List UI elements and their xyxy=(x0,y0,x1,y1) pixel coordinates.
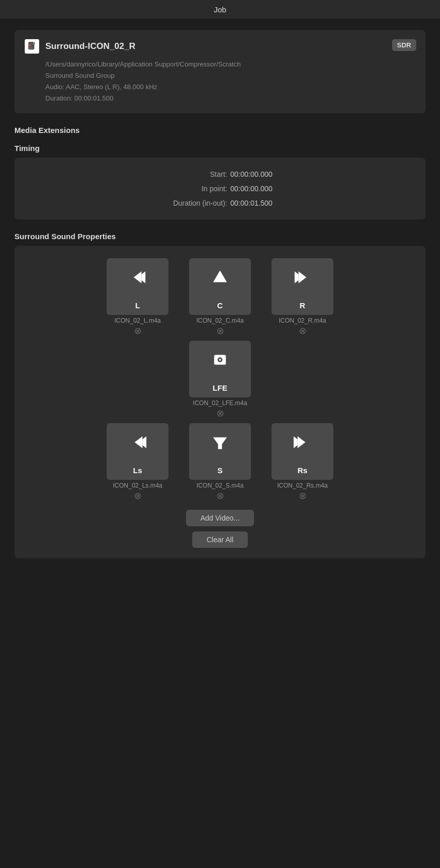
channel-filename-Ls: ICON_02_Ls.m4a xyxy=(113,482,162,489)
surround-title: Surround Sound Properties xyxy=(14,232,426,241)
timing-section: Timing Start: 00:00:00.000 In point: 00:… xyxy=(14,144,426,220)
channel-item-L[interactable]: L ICON_02_L.m4a ⊗ xyxy=(107,258,168,336)
channel-label-R: R xyxy=(300,301,306,310)
channel-item-Rs[interactable]: Rs ICON_02_Rs.m4a ⊗ xyxy=(272,423,333,500)
channel-item-Ls[interactable]: Ls ICON_02_Ls.m4a ⊗ xyxy=(107,423,168,500)
file-duration: Duration: 00:00:01.500 xyxy=(45,93,415,104)
channel-item-R[interactable]: R ICON_02_R.m4a ⊗ xyxy=(272,258,333,336)
channel-icon-R xyxy=(272,268,333,287)
channel-icon-LFE xyxy=(189,350,251,370)
channel-label-Rs: Rs xyxy=(297,466,307,475)
channel-remove-R[interactable]: ⊗ xyxy=(299,326,307,336)
svg-marker-4 xyxy=(133,272,141,283)
channel-label-S: S xyxy=(217,466,223,475)
svg-marker-15 xyxy=(298,437,306,448)
media-extensions-section: Media Extensions xyxy=(14,126,426,135)
svg-marker-12 xyxy=(134,437,142,448)
channel-remove-L[interactable]: ⊗ xyxy=(134,326,142,336)
channel-label-L: L xyxy=(135,301,140,310)
svg-rect-1 xyxy=(29,47,31,48)
clear-all-row: Clear All xyxy=(25,531,415,548)
title-bar: Job xyxy=(0,0,440,20)
channel-item-S[interactable]: S ICON_02_S.m4a ⊗ xyxy=(189,423,251,500)
channel-tile-R: R xyxy=(272,258,333,315)
timing-title: Timing xyxy=(14,144,426,153)
channel-row-2: LFE ICON_02_LFE.m4a ⊗ xyxy=(189,341,251,418)
timing-card: Start: 00:00:00.000 In point: 00:00:00.0… xyxy=(14,158,426,220)
file-path: /Users/dannyrico/Library/Application Sup… xyxy=(45,59,415,70)
media-extensions-title: Media Extensions xyxy=(14,126,426,135)
svg-rect-3 xyxy=(33,42,35,44)
channel-tile-LFE: LFE xyxy=(189,341,251,397)
timing-duration-label: Duration (in-out): xyxy=(148,196,230,210)
file-icon xyxy=(25,39,39,54)
svg-marker-6 xyxy=(213,271,227,282)
file-meta: /Users/dannyrico/Library/Application Sup… xyxy=(45,59,415,104)
channel-tile-C: C xyxy=(189,258,251,315)
channel-filename-LFE: ICON_02_LFE.m4a xyxy=(193,399,247,407)
channel-row-3: Ls ICON_02_Ls.m4a ⊗ xyxy=(107,423,333,500)
timing-inpoint-row: In point: 00:00:00.000 xyxy=(25,181,415,196)
channel-filename-R: ICON_02_R.m4a xyxy=(279,317,326,324)
add-video-button[interactable]: Add Video... xyxy=(186,510,254,526)
timing-inpoint-value: 00:00:00.000 xyxy=(230,181,292,196)
svg-marker-16 xyxy=(294,437,298,448)
svg-marker-8 xyxy=(295,272,299,283)
channel-tile-L: L xyxy=(107,258,168,315)
svg-point-2 xyxy=(28,44,31,46)
channel-label-C: C xyxy=(217,301,223,310)
channel-filename-L: ICON_02_L.m4a xyxy=(114,317,161,324)
channel-icon-Rs xyxy=(272,432,333,452)
channel-item-LFE[interactable]: LFE ICON_02_LFE.m4a ⊗ xyxy=(189,341,251,418)
svg-marker-14 xyxy=(213,438,227,449)
sdr-badge: SDR xyxy=(392,39,416,51)
channel-filename-S: ICON_02_S.m4a xyxy=(196,482,243,489)
svg-marker-7 xyxy=(298,272,306,283)
page-title: Job xyxy=(214,5,226,14)
channel-remove-Ls[interactable]: ⊗ xyxy=(134,491,142,500)
timing-duration-value: 00:00:01.500 xyxy=(230,196,292,210)
file-group: Surround Sound Group xyxy=(45,70,415,81)
clear-all-button[interactable]: Clear All xyxy=(192,531,248,548)
svg-marker-13 xyxy=(143,437,147,448)
channel-remove-C[interactable]: ⊗ xyxy=(216,326,224,336)
channel-tile-Ls: Ls xyxy=(107,423,168,480)
add-video-row: Add Video... xyxy=(25,510,415,526)
timing-inpoint-label: In point: xyxy=(148,181,230,196)
channel-tile-S: S xyxy=(189,423,251,480)
file-title: Surround-ICON_02_R xyxy=(45,41,136,52)
channel-icon-L xyxy=(107,268,168,287)
channel-grid: L ICON_02_L.m4a ⊗ xyxy=(25,258,415,500)
surround-section: Surround Sound Properties xyxy=(14,232,426,558)
timing-start-value: 00:00:00.000 xyxy=(230,167,292,181)
timing-duration-row: Duration (in-out): 00:00:01.500 xyxy=(25,196,415,210)
channel-label-Ls: Ls xyxy=(133,466,142,475)
channel-tile-Rs: Rs xyxy=(272,423,333,480)
file-card: Surround-ICON_02_R SDR /Users/dannyrico/… xyxy=(14,30,426,113)
channel-row-1: L ICON_02_L.m4a ⊗ xyxy=(107,258,333,336)
channel-icon-C xyxy=(189,268,251,287)
channel-remove-S[interactable]: ⊗ xyxy=(216,491,224,500)
svg-point-11 xyxy=(219,359,221,361)
channel-remove-Rs[interactable]: ⊗ xyxy=(299,491,307,500)
channel-filename-Rs: ICON_02_Rs.m4a xyxy=(277,482,328,489)
channel-label-LFE: LFE xyxy=(213,383,227,392)
svg-marker-5 xyxy=(142,272,146,283)
channel-item-C[interactable]: C ICON_02_C.m4a ⊗ xyxy=(189,258,251,336)
file-card-header: Surround-ICON_02_R xyxy=(25,39,415,54)
channel-icon-Ls xyxy=(107,432,168,452)
timing-start-row: Start: 00:00:00.000 xyxy=(25,167,415,181)
channel-remove-LFE[interactable]: ⊗ xyxy=(216,409,224,418)
file-audio: Audio: AAC, Stereo (L R), 48.000 kHz xyxy=(45,81,415,93)
channel-icon-S xyxy=(189,432,251,452)
surround-card: L ICON_02_L.m4a ⊗ xyxy=(14,246,426,558)
timing-start-label: Start: xyxy=(148,167,230,181)
channel-filename-C: ICON_02_C.m4a xyxy=(196,317,244,324)
